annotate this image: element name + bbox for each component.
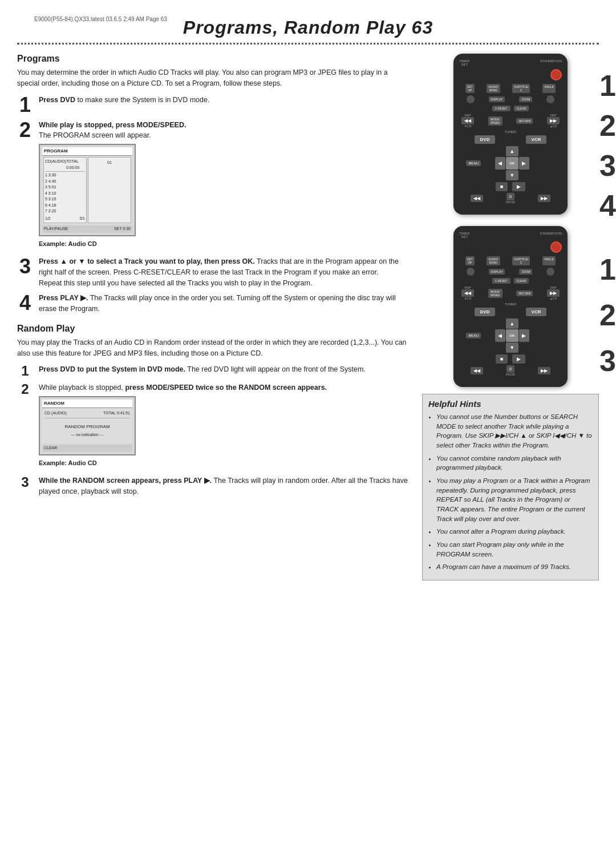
remote-bottom: TIMERSET STANDBY/ON SETUP AUDIO/BAND SUB… xyxy=(453,226,568,387)
rew-btn-2[interactable]: ◀◀ xyxy=(471,367,483,374)
skip-prev-btn[interactable]: ◀◀ xyxy=(461,117,474,124)
hint-item-1: You cannot use the Number buttons or SEA… xyxy=(436,412,593,450)
ok-btn[interactable]: OK xyxy=(506,157,518,170)
menu-btn-2[interactable]: MENU xyxy=(466,333,481,338)
hint-item-4: You cannot alter a Program during playba… xyxy=(436,527,593,537)
stop-btn[interactable]: ■ xyxy=(496,182,508,191)
return-btn[interactable]: RETURN xyxy=(516,118,533,124)
file-path: E9000(P55-84).QX33.latest 03.6.5 2:49 AM… xyxy=(34,16,167,22)
vcr-btn-2[interactable]: VCR xyxy=(526,308,547,316)
audio-band-btn[interactable]: AUDIO/BAND xyxy=(487,84,500,93)
programs-section: Programs You may determine the order in … xyxy=(17,54,411,314)
display-btn[interactable]: DISPLAY xyxy=(489,96,505,102)
return-btn-2[interactable]: RETURN xyxy=(516,291,533,296)
c-reset-btn-2[interactable]: C-RESET xyxy=(492,278,510,284)
skip-next-btn[interactable]: ▶▶ xyxy=(547,117,560,124)
clear-btn[interactable]: CLEAR xyxy=(514,106,529,111)
step-content-4: Press PLAY ▶. The Tracks will play once … xyxy=(39,293,411,314)
pause-label: PAUSE xyxy=(506,200,516,204)
play-btn-2[interactable]: ▶ xyxy=(512,354,525,364)
hint-item-2: You cannot combine random playback with … xyxy=(436,454,593,473)
ok-btn-2[interactable]: OK xyxy=(506,329,518,342)
btn-circle-3[interactable] xyxy=(467,268,475,276)
stop-btn-2[interactable]: ■ xyxy=(496,354,508,364)
step-number-4: 4 xyxy=(17,293,33,313)
standby-on-label: STANDBY/ON xyxy=(540,59,562,66)
dpad-right[interactable]: ▶ xyxy=(519,157,529,170)
zoom-btn[interactable]: ZOOM xyxy=(519,96,532,102)
step-number-3: 3 xyxy=(17,256,33,277)
angle-btn[interactable]: ANGLE xyxy=(542,84,556,93)
random-step-3: 3 While the RANDOM screen appears, press… xyxy=(17,475,411,497)
dpad-right-2[interactable]: ▶ xyxy=(519,329,529,342)
angle-btn-2[interactable]: ANGLE xyxy=(542,256,556,265)
btn-circle-4[interactable] xyxy=(546,268,554,276)
helpful-hints-box: Helpful Hints You cannot use the Number … xyxy=(422,394,599,580)
random-step-content-2: While playback is stopped, press MODE/SP… xyxy=(39,382,411,471)
dvd-btn-2[interactable]: DVD xyxy=(475,308,496,316)
programs-step-2: 2 While play is stopped, press MODE/SPEE… xyxy=(17,120,411,252)
remote-top-section: 1 2 3 4 TIMERSET STANDBY/ON SETUP AUDI xyxy=(422,54,599,215)
dpad-left-2[interactable]: ◀ xyxy=(495,329,505,342)
btn-circle-2[interactable] xyxy=(546,95,554,103)
dpad-up[interactable]: ▲ xyxy=(506,146,518,156)
mode-speed-btn[interactable]: MODE/SPEED xyxy=(488,116,502,126)
skip-prev-btn-2[interactable]: ◀◀ xyxy=(461,289,474,297)
power-button-2[interactable] xyxy=(550,241,562,253)
play-btn[interactable]: ▶ xyxy=(512,182,525,191)
step-number-1: 1 xyxy=(17,95,33,115)
setup-btn[interactable]: SETUP xyxy=(465,84,475,93)
display-btn-2[interactable]: DISPLAY xyxy=(489,269,505,275)
programs-step-3: 3 Press ▲ or ▼ to select a Track you wan… xyxy=(17,256,411,288)
hint-item-3: You may play a Program or a Track within… xyxy=(436,476,593,523)
audio-band-btn-2[interactable]: AUDIO/BAND xyxy=(487,256,500,265)
skip-next-btn-2[interactable]: ▶▶ xyxy=(547,289,560,297)
left-column: Programs You may determine the order in … xyxy=(17,54,411,580)
random-screen-header: RANDOM xyxy=(42,400,132,408)
timer-set-label: TIMERSET xyxy=(459,59,470,66)
clear-btn-2[interactable]: CLEAR xyxy=(514,278,529,284)
random-example-caption: Example: Audio CD xyxy=(39,458,411,468)
mode-speed-btn-2[interactable]: MODE/SPEED xyxy=(488,289,502,298)
dvd-btn[interactable]: DVD xyxy=(475,135,496,144)
top-numbers: 1 2 3 4 xyxy=(599,71,616,220)
step-content-1: Press DVD to make sure the System is in … xyxy=(39,95,411,106)
dpad-up-2[interactable]: ▲ xyxy=(506,318,518,329)
section-divider xyxy=(17,43,599,45)
helpful-hints-list: You cannot use the Number buttons or SEA… xyxy=(428,412,593,572)
step-number-2: 2 xyxy=(17,120,33,140)
random-screen-mockup: RANDOM CD (AUDIO)TOTAL 0:41:51 RANDOM PR… xyxy=(39,396,136,455)
num-2-bottom: 2 xyxy=(599,300,616,330)
dpad-left[interactable]: ◀ xyxy=(495,157,505,170)
step-content-2: While play is stopped, press MODE/SPEED.… xyxy=(39,120,411,252)
programs-example-caption: Example: Audio CD xyxy=(39,239,411,249)
ff-btn[interactable]: ▶▶ xyxy=(538,195,550,202)
num-4-top: 4 xyxy=(599,191,616,220)
hint-item-5: You can start Program play only while in… xyxy=(436,540,593,559)
program-screen-mockup: PROGRAM CD(AUDIO)TOTAL 0:00:00 1 3:30 2 … xyxy=(39,144,136,236)
c-reset-btn[interactable]: C-RESET xyxy=(492,106,510,111)
dpad-down[interactable]: ▼ xyxy=(506,170,518,180)
ff-btn-2[interactable]: ▶▶ xyxy=(538,367,550,374)
screen-footer: PLAY/PAUSESET 0:30 xyxy=(42,225,132,233)
menu-btn[interactable]: MENU xyxy=(466,160,481,166)
pause-btn-2[interactable]: II xyxy=(506,365,514,373)
vcr-btn[interactable]: VCR xyxy=(526,135,547,144)
subtitle-c-btn[interactable]: SUBTITLE/C xyxy=(512,84,530,93)
btn-circle-1[interactable] xyxy=(467,95,475,103)
random-intro: You may play the Tracks of an Audio CD i… xyxy=(17,337,411,359)
hint-item-6: A Program can have a maximum of 99 Track… xyxy=(436,562,593,572)
num-1-top: 1 xyxy=(599,71,616,100)
random-step-number-2: 2 xyxy=(17,382,33,396)
subtitle-c-btn-2[interactable]: SUBTITLE/C xyxy=(512,256,530,265)
num-2-top: 2 xyxy=(599,111,616,140)
power-button[interactable] xyxy=(550,69,562,80)
pause-btn[interactable]: II xyxy=(506,193,514,200)
random-step-number-3: 3 xyxy=(17,475,33,489)
dpad-down-2[interactable]: ▼ xyxy=(506,342,518,353)
zoom-btn-2[interactable]: ZOOM xyxy=(519,269,532,275)
setup-btn-2[interactable]: SETUP xyxy=(465,256,475,265)
programs-step-4: 4 Press PLAY ▶. The Tracks will play onc… xyxy=(17,293,411,314)
step-content-3: Press ▲ or ▼ to select a Track you want … xyxy=(39,256,411,288)
rew-btn[interactable]: ◀◀ xyxy=(471,195,483,202)
